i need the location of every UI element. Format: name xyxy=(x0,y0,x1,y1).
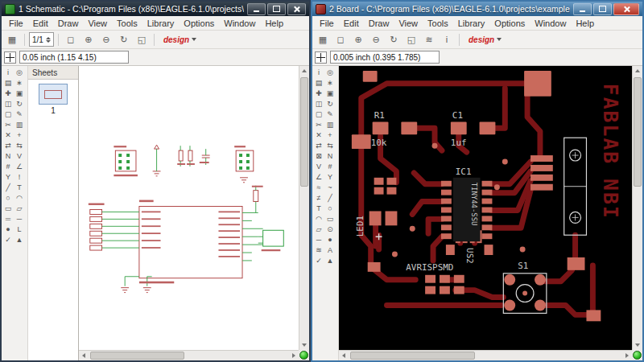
text-icon[interactable]: T xyxy=(313,203,324,213)
zoom-fit-icon[interactable]: ◻ xyxy=(63,31,79,47)
mirror-icon[interactable]: ◫ xyxy=(313,98,324,109)
horizontal-scrollbar[interactable] xyxy=(339,350,632,360)
zoom-in-icon[interactable]: ⊕ xyxy=(350,31,366,47)
drc-icon[interactable]: ✓ xyxy=(313,255,324,265)
gateswap-icon[interactable]: ⇆ xyxy=(14,140,25,150)
menu-help[interactable]: Help xyxy=(260,18,288,29)
vertical-scroll-thumb[interactable] xyxy=(300,77,308,187)
menu-window[interactable]: Window xyxy=(219,18,260,29)
info-icon[interactable]: i xyxy=(313,67,324,77)
add-icon[interactable]: + xyxy=(324,130,336,140)
sheet-thumbnail[interactable] xyxy=(39,84,68,105)
menu-draw[interactable]: Draw xyxy=(53,18,84,29)
redraw-icon[interactable]: ↻ xyxy=(116,31,132,47)
scroll-up-icon[interactable] xyxy=(633,66,642,76)
scroll-right-icon[interactable] xyxy=(622,351,632,360)
paste-icon[interactable]: ▥ xyxy=(324,119,336,130)
display-icon[interactable]: ▤ xyxy=(2,77,14,88)
text-icon[interactable]: T xyxy=(14,182,25,192)
menu-tools[interactable]: Tools xyxy=(423,18,453,29)
info-icon[interactable]: i xyxy=(439,31,455,47)
errors-icon[interactable]: ▲ xyxy=(324,255,336,265)
grid-icon[interactable]: ▦ xyxy=(315,31,331,47)
scroll-down-icon[interactable] xyxy=(299,340,309,350)
schematic-canvas[interactable] xyxy=(79,66,299,350)
display-icon[interactable]: ▤ xyxy=(313,77,324,88)
ratsnest-icon[interactable]: ≋ xyxy=(313,245,324,255)
pinswap-icon[interactable]: ⇄ xyxy=(313,140,324,150)
maximize-button[interactable] xyxy=(267,3,286,15)
zoom-select-icon[interactable]: ◱ xyxy=(403,31,419,47)
menu-options[interactable]: Options xyxy=(179,18,219,29)
zoom-out-icon[interactable]: ⊖ xyxy=(368,31,384,47)
show-icon[interactable]: ◎ xyxy=(14,67,25,77)
delete-icon[interactable]: ✕ xyxy=(313,130,324,140)
info-icon[interactable]: i xyxy=(2,67,14,77)
menu-window[interactable]: Window xyxy=(530,18,571,29)
scroll-up-icon[interactable] xyxy=(299,66,309,76)
value-icon[interactable]: V xyxy=(313,161,324,171)
copy-icon[interactable]: ▣ xyxy=(324,88,336,98)
vertical-scroll-thumb[interactable] xyxy=(634,77,642,187)
vertical-scrollbar[interactable] xyxy=(299,66,309,350)
sheet-selector-dropdown[interactable]: 1/1 xyxy=(29,32,54,47)
horizontal-scroll-thumb[interactable] xyxy=(350,352,475,360)
scroll-left-icon[interactable] xyxy=(79,351,89,360)
mirror-icon[interactable]: ◫ xyxy=(2,98,14,109)
invoke-icon[interactable]: ! xyxy=(14,171,25,182)
design-link-button[interactable]: design xyxy=(163,35,196,44)
rotate-icon[interactable]: ↻ xyxy=(324,98,336,109)
name-icon[interactable]: N xyxy=(2,150,14,161)
paste-icon[interactable]: ▥ xyxy=(14,119,25,130)
arc-icon[interactable]: ◠ xyxy=(14,192,25,203)
zoom-select-icon[interactable]: ◱ xyxy=(134,31,150,47)
menu-options[interactable]: Options xyxy=(489,18,530,29)
menu-library[interactable]: Library xyxy=(453,18,490,29)
circle-icon[interactable]: ○ xyxy=(324,203,336,213)
scroll-down-icon[interactable] xyxy=(633,340,642,350)
delete-icon[interactable]: ✕ xyxy=(2,130,14,140)
sheet-list-item[interactable]: 1 xyxy=(39,84,68,115)
rect-icon[interactable]: ▭ xyxy=(2,203,14,213)
polygon-icon[interactable]: ▱ xyxy=(14,203,25,213)
menu-edit[interactable]: Edit xyxy=(28,18,53,29)
change-icon[interactable]: ✎ xyxy=(14,109,25,119)
board-canvas[interactable]: R1 10k C1 1uf IC1 TINY44-SSU LED1 US2 AV… xyxy=(339,66,632,350)
erc-icon[interactable]: ✓ xyxy=(2,234,14,245)
zoom-in-icon[interactable]: ⊕ xyxy=(80,31,97,47)
design-link-button[interactable]: design xyxy=(469,35,502,44)
minimize-button[interactable] xyxy=(573,3,592,15)
rect-icon[interactable]: ▭ xyxy=(324,213,336,224)
menu-edit[interactable]: Edit xyxy=(339,18,364,29)
replace-icon[interactable]: ⇆ xyxy=(324,140,336,150)
coordinate-display[interactable] xyxy=(330,51,440,64)
split-icon[interactable]: Y xyxy=(2,171,14,182)
maximize-button[interactable] xyxy=(593,3,612,15)
hole-icon[interactable]: ● xyxy=(324,234,336,245)
mark-icon[interactable]: ∗ xyxy=(14,77,25,88)
minimize-button[interactable] xyxy=(247,3,266,15)
spinner-icon[interactable] xyxy=(46,37,51,43)
cut-icon[interactable]: ✂ xyxy=(313,119,324,130)
move-icon[interactable]: ✚ xyxy=(313,88,324,98)
redraw-icon[interactable]: ↻ xyxy=(386,31,402,47)
menu-draw[interactable]: Draw xyxy=(364,18,394,29)
cut-icon[interactable]: ✂ xyxy=(2,119,14,130)
menu-file[interactable]: File xyxy=(315,18,339,29)
scroll-right-icon[interactable] xyxy=(289,351,299,360)
smash-icon[interactable]: # xyxy=(2,161,14,171)
horizontal-scroll-thumb[interactable] xyxy=(90,352,184,360)
mark-icon[interactable]: ∗ xyxy=(324,77,336,88)
coordinate-display[interactable] xyxy=(19,51,129,64)
junction-icon[interactable]: ● xyxy=(2,224,14,234)
smash-icon[interactable]: # xyxy=(324,161,336,171)
polygon-icon[interactable]: ▱ xyxy=(313,224,324,234)
circle-icon[interactable]: ○ xyxy=(2,192,14,203)
schematic-titlebar[interactable]: 1 Schematic - C:\Program Files (x86)\EAG… xyxy=(2,2,309,16)
grid-icon[interactable]: ▦ xyxy=(4,31,20,47)
net-icon[interactable]: ─ xyxy=(14,213,25,224)
miter-icon[interactable]: ∠ xyxy=(313,171,324,182)
route-icon[interactable]: ~ xyxy=(324,182,336,192)
signal-icon[interactable]: ─ xyxy=(313,234,324,245)
rotate-icon[interactable]: ↻ xyxy=(14,98,25,109)
